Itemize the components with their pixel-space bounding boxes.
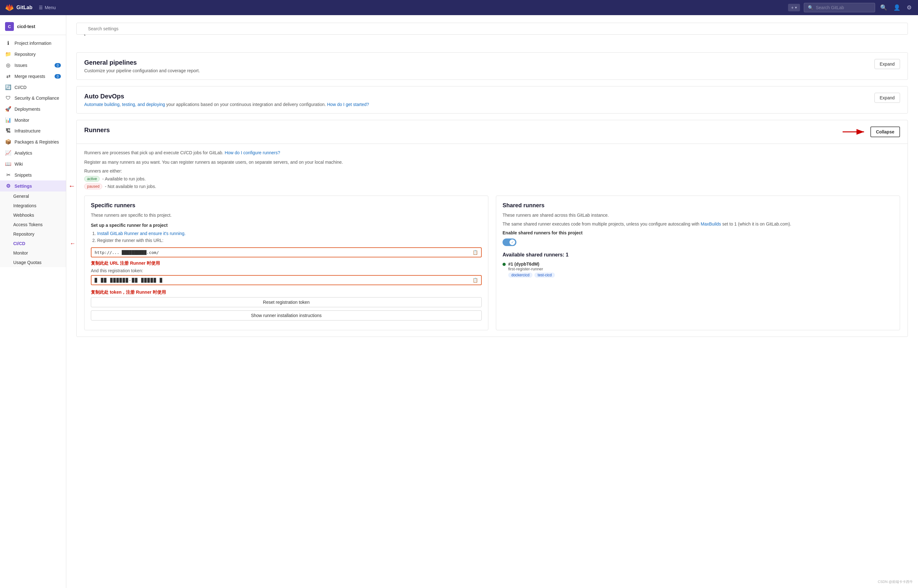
sidebar: C cicd-test ℹ Project information 📁 Repo… xyxy=(0,15,66,588)
settings-search-wrapper: 🔍 xyxy=(76,23,908,44)
url-copy-icon[interactable]: 📋 xyxy=(473,250,478,255)
submenu-cicd[interactable]: CI/CD ← xyxy=(0,239,66,248)
runner-url-value: http://... ██████████.com/ xyxy=(95,250,470,255)
reset-registration-token-btn[interactable]: Reset registration token xyxy=(91,297,482,307)
enable-shared-toggle-wrapper xyxy=(503,239,894,247)
auto-devops-link2[interactable]: How do I get started? xyxy=(327,102,369,107)
sidebar-item-analytics[interactable]: 📈 Analytics xyxy=(0,147,66,158)
gitlab-logo[interactable]: GitLab xyxy=(5,3,32,12)
specific-runners-desc: These runners are specific to this proje… xyxy=(91,213,482,218)
top-navigation: GitLab ☰ Menu +▾ 🔍 🔍 👤 ⚙ xyxy=(0,0,918,15)
general-pipelines-header: General pipelines Customize your pipelin… xyxy=(77,53,908,79)
project-header[interactable]: C cicd-test xyxy=(0,19,66,35)
settings-search-input[interactable] xyxy=(76,23,908,35)
menu-button[interactable]: ☰ Menu xyxy=(36,4,58,11)
show-runner-instructions-btn[interactable]: Show runner installation instructions xyxy=(91,310,482,320)
auto-devops-section: Auto DevOps Automate building, testing, … xyxy=(76,86,908,113)
configure-runners-link[interactable]: How do I configure runners? xyxy=(225,150,280,155)
merge-requests-icon: ⇄ xyxy=(5,73,11,79)
general-pipelines-expand-btn[interactable]: Expand xyxy=(874,59,900,69)
runners-bullets: active - Available to run jobs. paused -… xyxy=(84,176,900,189)
specific-runners-col: Specific runners These runners are speci… xyxy=(84,195,488,330)
submenu-access-tokens[interactable]: Access Tokens xyxy=(0,220,66,229)
token-label: And this registration token: xyxy=(91,268,482,273)
settings-icon-btn[interactable]: ⚙ xyxy=(905,3,913,12)
runners-desc: Runners are processes that pick up and e… xyxy=(84,150,900,155)
infrastructure-icon: 🏗 xyxy=(5,128,11,134)
runner-tags: dockercicd test-cicd xyxy=(508,273,555,278)
sidebar-item-wiki[interactable]: 📖 Wiki xyxy=(0,158,66,170)
cicd-icon: 🔄 xyxy=(5,84,11,90)
auto-devops-expand-btn[interactable]: Expand xyxy=(874,93,900,103)
available-runners-title: Available shared runners: 1 xyxy=(503,252,894,258)
sidebar-item-issues[interactable]: ◎ Issues 0 xyxy=(0,60,66,71)
runners-register-desc: Register as many runners as you want. Yo… xyxy=(84,160,900,165)
sidebar-item-monitor[interactable]: 📊 Monitor xyxy=(0,115,66,126)
sidebar-item-settings[interactable]: ⚙ Settings ← xyxy=(0,181,66,191)
watermark: CSDN @前端卡卡西牛 xyxy=(878,580,913,584)
collapse-arrow-annotation xyxy=(843,128,868,136)
auto-devops-title: Auto DevOps xyxy=(84,93,369,100)
runner-description: first-register-runner xyxy=(508,267,555,271)
sidebar-item-repository[interactable]: 📁 Repository xyxy=(0,48,66,60)
runners-title: Runners xyxy=(84,126,110,134)
search-icon-btn[interactable]: 🔍 xyxy=(879,3,888,12)
enable-shared-toggle[interactable] xyxy=(503,239,516,246)
runner-step-2: Register the runner with this URL: xyxy=(97,238,482,243)
runners-collapse-btn[interactable]: Collapse xyxy=(870,126,900,137)
runners-bullet-paused: paused - Not available to run jobs. xyxy=(84,184,900,189)
sidebar-item-project-information[interactable]: ℹ Project information xyxy=(0,37,66,48)
runner-url-field: http://... ██████████.com/ 📋 xyxy=(91,247,482,257)
snippets-icon: ✂ xyxy=(5,172,11,178)
runner-step-1: Install GitLab Runner and ensure it's ru… xyxy=(97,231,482,236)
shared-runners-col: Shared runners These runners are shared … xyxy=(496,195,900,330)
sidebar-item-snippets[interactable]: ✂ Snippets xyxy=(0,170,66,181)
setup-title: Set up a specific runner for a project xyxy=(91,223,482,228)
sidebar-item-cicd[interactable]: 🔄 CI/CD xyxy=(0,82,66,93)
sidebar-item-merge-requests[interactable]: ⇄ Merge requests 0 xyxy=(0,71,66,82)
runners-are: Runners are either: xyxy=(84,168,900,173)
general-pipelines-title: General pipelines xyxy=(84,59,200,66)
sidebar-item-deployments[interactable]: 🚀 Deployments xyxy=(0,103,66,115)
submenu-integrations[interactable]: Integrations xyxy=(0,201,66,210)
global-search-input[interactable] xyxy=(816,5,871,10)
runners-collapse-wrapper: Collapse xyxy=(843,126,900,137)
submenu-general[interactable]: General xyxy=(0,191,66,201)
auto-devops-link1[interactable]: Automate building, testing, and deployin… xyxy=(84,102,165,107)
create-new-button[interactable]: +▾ xyxy=(788,4,800,11)
paused-badge: paused xyxy=(84,184,102,189)
project-info-icon: ℹ xyxy=(5,40,11,46)
url-annotation: 复制此处 URL 注册 Runner 时使用 xyxy=(91,260,482,266)
submenu-monitor[interactable]: Monitor xyxy=(0,248,66,258)
submenu-usage-quotas[interactable]: Usage Quotas xyxy=(0,258,66,267)
sidebar-item-packages[interactable]: 📦 Packages & Registries xyxy=(0,136,66,147)
general-pipelines-section: General pipelines Customize your pipelin… xyxy=(76,52,908,80)
security-icon: 🛡 xyxy=(5,95,11,101)
submenu-webhooks[interactable]: Webhooks xyxy=(0,210,66,220)
issues-icon: ◎ xyxy=(5,62,11,68)
runners-section: Runners Collapse xyxy=(76,120,908,337)
runner-tag-dockercicd: dockercicd xyxy=(508,273,532,278)
deployments-icon: 🚀 xyxy=(5,106,11,112)
sidebar-item-security-compliance[interactable]: 🛡 Security & Compliance xyxy=(0,93,66,103)
specific-runners-title: Specific runners xyxy=(91,202,482,209)
runner-tag-testcicd: test-cicd xyxy=(534,273,555,278)
install-runner-link[interactable]: Install GitLab Runner and ensure it's ru… xyxy=(97,231,186,236)
runners-header: Runners Collapse xyxy=(77,120,908,144)
runners-content: Runners are processes that pick up and e… xyxy=(77,144,908,337)
maxbuilds-link[interactable]: MaxBuilds xyxy=(701,221,721,226)
sidebar-item-infrastructure[interactable]: 🏗 Infrastructure xyxy=(0,126,66,136)
runners-bullet-active: active - Available to run jobs. xyxy=(84,176,900,182)
token-copy-icon[interactable]: 📋 xyxy=(473,278,478,283)
global-search-box[interactable]: 🔍 xyxy=(804,3,875,12)
runner-item-1: #1 (dypbT6dM) first-register-runner dock… xyxy=(503,262,894,278)
token-annotation: 复制此处 token，注册 Runner 时使用 xyxy=(91,289,482,295)
submenu-repository[interactable]: Repository xyxy=(0,229,66,239)
profile-icon-btn[interactable]: 👤 xyxy=(892,3,902,12)
main-content: 🔍 General pipelines Customize your pipel… xyxy=(66,15,918,588)
issues-badge: 0 xyxy=(55,63,61,68)
project-avatar: C xyxy=(5,22,14,31)
analytics-icon: 📈 xyxy=(5,150,11,156)
runner-name: #1 (dypbT6dM) xyxy=(508,262,555,267)
shared-runners-desc2: The same shared runner executes code fro… xyxy=(503,221,894,226)
